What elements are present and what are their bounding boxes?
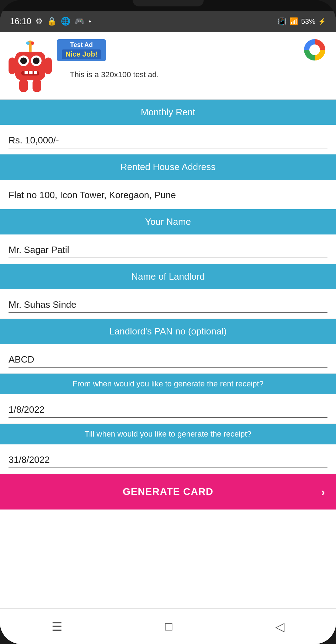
phone-frame: 16:10 ⚙ 🔒 🌐 🎮 • 📳 📶 53% ⚡ — [0, 0, 336, 644]
svg-point-2 — [26, 41, 30, 44]
your-name-field-container — [0, 234, 336, 264]
rented-address-label: Rented House Address — [121, 162, 215, 172]
lock-icon: 🔒 — [47, 17, 57, 26]
svg-rect-12 — [34, 71, 37, 74]
svg-rect-4 — [15, 52, 45, 80]
svg-rect-16 — [33, 79, 41, 92]
data-icon: 🌐 — [61, 17, 70, 26]
svg-point-3 — [31, 41, 34, 44]
ad-inner: Test Ad Nice Job! This is a 320x100 test… — [0, 39, 336, 93]
ad-badge-sub-text: Nice Job! — [62, 49, 101, 59]
ad-logo-inner-circle — [309, 44, 320, 55]
nav-home-button[interactable]: □ — [161, 616, 176, 637]
svg-rect-10 — [25, 71, 28, 74]
status-right-icons: 📳 📶 53% ⚡ — [278, 17, 326, 26]
landlord-name-label: Name of Landlord — [131, 271, 205, 282]
landlord-name-input[interactable] — [9, 296, 327, 313]
your-name-section-header: Your Name — [0, 209, 336, 234]
monthly-rent-label: Monthly Rent — [141, 107, 195, 117]
back-icon: ◁ — [275, 620, 284, 633]
monthly-rent-field-container — [0, 125, 336, 154]
your-name-input[interactable] — [9, 242, 327, 258]
generate-card-button[interactable]: GENERATE CARD › — [0, 474, 336, 510]
from-date-field-container — [0, 394, 336, 424]
bottom-nav-bar: ☰ □ ◁ — [0, 608, 336, 644]
nav-back-button[interactable]: ◁ — [272, 616, 288, 637]
pan-input[interactable] — [9, 351, 327, 368]
menu-icon: ☰ — [52, 620, 62, 633]
ad-robot-image — [7, 39, 53, 93]
generate-chevron-icon: › — [321, 485, 325, 499]
ad-badge-text: Test Ad — [70, 41, 93, 49]
rented-address-field-container — [0, 180, 336, 209]
svg-rect-15 — [19, 79, 28, 92]
till-date-input[interactable] — [9, 452, 327, 468]
till-date-section-header: Till when would you like to generate the… — [0, 424, 336, 444]
monthly-rent-section-header: Monthly Rent — [0, 100, 336, 125]
time-display: 16:10 — [10, 16, 31, 26]
ad-banner: Test Ad Nice Job! This is a 320x100 test… — [0, 32, 336, 100]
svg-rect-13 — [9, 57, 16, 74]
till-date-label: Till when would you like to generate the… — [85, 429, 251, 438]
gamepad-icon: 🎮 — [75, 17, 84, 26]
svg-rect-11 — [29, 71, 32, 74]
dot-icon: • — [89, 17, 91, 26]
from-date-label: From when would you like to generate the… — [73, 379, 263, 388]
ad-badge: Test Ad Nice Job! — [57, 39, 106, 61]
lightning-icon: ⚡ — [318, 17, 326, 25]
rented-address-section-header: Rented House Address — [0, 154, 336, 180]
generate-card-label: GENERATE CARD — [123, 486, 213, 497]
ad-description-text: This is a 320x100 test ad. — [70, 70, 159, 79]
pan-section-header: Landlord's PAN no (optional) — [0, 319, 336, 344]
signal-icon: 📶 — [289, 17, 298, 26]
till-date-field-container — [0, 444, 336, 474]
form-area: Monthly Rent Rented House Address Your N… — [0, 100, 336, 608]
vibrate-icon: 📳 — [278, 17, 287, 26]
settings-icon: ⚙ — [36, 17, 43, 26]
svg-rect-14 — [44, 57, 52, 74]
your-name-label: Your Name — [145, 216, 191, 227]
landlord-name-section-header: Name of Landlord — [0, 264, 336, 289]
monthly-rent-input[interactable] — [9, 132, 327, 148]
svg-point-6 — [20, 57, 27, 64]
svg-rect-1 — [29, 45, 32, 52]
from-date-section-header: From when would you like to generate the… — [0, 374, 336, 394]
phone-notch — [133, 0, 204, 6]
battery-display: 53% — [301, 17, 315, 26]
from-date-input[interactable] — [9, 401, 327, 418]
landlord-name-field-container — [0, 289, 336, 319]
svg-point-8 — [33, 57, 40, 64]
phone-screen: Test Ad Nice Job! This is a 320x100 test… — [0, 32, 336, 644]
status-time: 16:10 ⚙ 🔒 🌐 🎮 • — [10, 16, 91, 26]
ad-logo-icon — [304, 39, 325, 60]
square-icon: □ — [165, 619, 172, 633]
rented-address-input[interactable] — [9, 187, 327, 203]
nav-menu-button[interactable]: ☰ — [48, 616, 66, 637]
pan-label: Landlord's PAN no (optional) — [110, 326, 227, 337]
pan-field-container — [0, 344, 336, 374]
status-bar: 16:10 ⚙ 🔒 🌐 🎮 • 📳 📶 53% ⚡ — [0, 11, 336, 32]
